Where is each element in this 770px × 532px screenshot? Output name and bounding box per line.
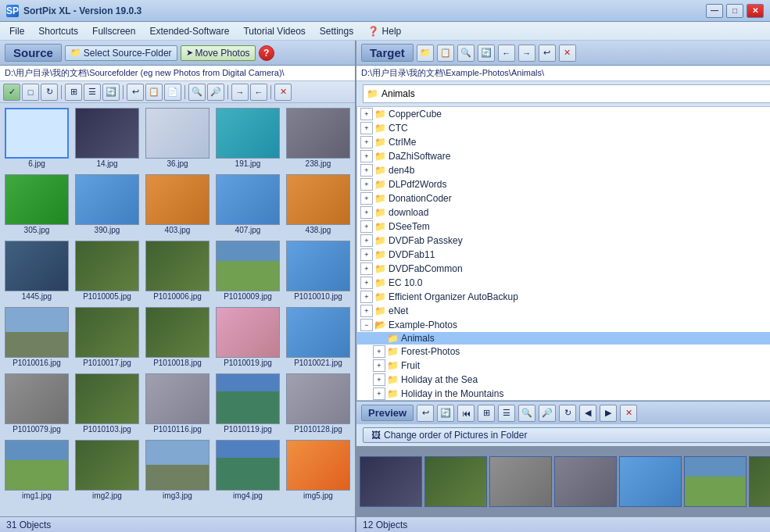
tree-item[interactable]: +📁DVDFab11: [357, 248, 770, 262]
target-back-button[interactable]: ←: [498, 45, 515, 62]
tree-expand-button[interactable]: +: [360, 122, 373, 134]
preview-strip[interactable]: [356, 446, 770, 516]
source-help-button[interactable]: ?: [259, 45, 274, 61]
rotate-button[interactable]: ↻: [41, 84, 58, 101]
tree-item[interactable]: −📂Example-Photos: [357, 318, 770, 332]
menu-file[interactable]: File: [3, 24, 30, 38]
preview-thumbnail[interactable]: [554, 456, 617, 507]
select-all-button[interactable]: ✓: [3, 84, 20, 101]
tree-expand-button[interactable]: +: [360, 220, 373, 233]
tree-item[interactable]: +📁den4b: [357, 163, 770, 177]
source-photo-item[interactable]: P1010103.jpg: [73, 372, 141, 435]
source-photo-item[interactable]: img5.jpg: [285, 438, 352, 502]
refresh-button[interactable]: 🔄: [102, 84, 120, 101]
deselect-button[interactable]: □: [22, 84, 39, 101]
target-refresh-button[interactable]: 🔄: [478, 45, 495, 62]
tree-item[interactable]: +📁DLPdf2Words: [357, 177, 770, 191]
target-search-button[interactable]: 🔍: [457, 45, 475, 62]
tree-expand-button[interactable]: +: [360, 277, 373, 289]
list-view-button[interactable]: ☰: [84, 84, 101, 101]
source-photo-item[interactable]: img4.jpg: [214, 438, 281, 502]
menu-settings[interactable]: Settings: [313, 24, 360, 38]
preview-start-btn[interactable]: ⏮: [457, 405, 475, 422]
forward-button[interactable]: →: [231, 84, 249, 101]
tree-item[interactable]: 📁Animals: [357, 332, 770, 345]
folder-dropdown[interactable]: 📁 Animals ▼: [363, 84, 770, 103]
tree-expand-button[interactable]: +: [360, 108, 373, 120]
source-photo-item[interactable]: 14.jpg: [73, 106, 141, 170]
preview-zoom-out[interactable]: 🔎: [539, 405, 556, 422]
source-photo-item[interactable]: 6.jpg: [3, 106, 70, 170]
source-photo-item[interactable]: P1010116.jpg: [144, 372, 211, 435]
menu-shortcuts[interactable]: Shortcuts: [32, 24, 84, 38]
source-photo-grid-container[interactable]: 6.jpg14.jpg36.jpg191.jpg238.jpg305.jpg39…: [0, 103, 355, 516]
preview-rotate[interactable]: ↻: [559, 405, 576, 422]
preview-forward-btn[interactable]: 🔄: [437, 405, 454, 422]
move-photos-button[interactable]: ➤ Move Photos: [181, 45, 256, 61]
select-source-folder-button[interactable]: 📁 Select Source-Folder: [65, 45, 177, 61]
tree-item[interactable]: +📁Holiday in the Mountains: [357, 387, 770, 401]
tree-expand-button[interactable]: +: [373, 359, 385, 372]
change-order-button[interactable]: 🖼 Change order of Pictures in Folder: [363, 427, 770, 443]
zoom-in-button[interactable]: 🔍: [188, 84, 206, 101]
tree-item[interactable]: +📁eNet: [357, 304, 770, 318]
source-photo-item[interactable]: 438.jpg: [285, 173, 352, 236]
preview-zoom-in[interactable]: 🔍: [518, 405, 535, 422]
tree-expand-button[interactable]: +: [360, 136, 373, 148]
tree-item[interactable]: +📁CtrlMe: [357, 135, 770, 149]
tree-item[interactable]: +📁DSeeTem: [357, 220, 770, 234]
tree-expand-button[interactable]: +: [360, 248, 373, 261]
preview-thumbnail[interactable]: [489, 456, 552, 507]
source-photo-item[interactable]: 36.jpg: [144, 106, 211, 170]
source-photo-item[interactable]: 403.jpg: [144, 173, 211, 236]
source-photo-item[interactable]: P1010079.jpg: [3, 372, 70, 435]
tree-expand-button[interactable]: +: [373, 387, 385, 400]
tree-expand-button[interactable]: +: [360, 206, 373, 219]
tree-expand-button[interactable]: +: [373, 345, 385, 358]
tree-item[interactable]: +📁download: [357, 205, 770, 220]
preview-thumbnail[interactable]: [360, 456, 422, 507]
tree-item[interactable]: +📁CTC: [357, 121, 770, 135]
source-photo-item[interactable]: P1010017.jpg: [73, 305, 141, 369]
source-photo-item[interactable]: P1010021.jpg: [285, 305, 352, 369]
target-undo-button[interactable]: ↩: [539, 45, 556, 62]
tree-expand-button[interactable]: −: [360, 319, 373, 331]
source-photo-item[interactable]: P1010010.jpg: [285, 239, 352, 302]
tree-expand-button[interactable]: +: [360, 150, 373, 162]
source-photo-item[interactable]: img2.jpg: [73, 438, 141, 502]
tree-expand-button[interactable]: +: [360, 192, 373, 205]
preview-thumbnail[interactable]: [424, 456, 487, 507]
tree-expand-button[interactable]: +: [360, 234, 373, 247]
tree-expand-button[interactable]: +: [360, 262, 373, 275]
target-copy-button[interactable]: 📋: [437, 45, 454, 62]
preview-grid-btn[interactable]: ⊞: [478, 405, 495, 422]
source-photo-item[interactable]: 191.jpg: [214, 106, 281, 170]
tree-item[interactable]: +📁Holiday at the Sea: [357, 373, 770, 387]
menu-extended-software[interactable]: Extended-Software: [143, 24, 235, 38]
preview-thumbnail[interactable]: [749, 456, 770, 507]
tree-item[interactable]: +📁DVDFabCommon: [357, 262, 770, 276]
tree-expand-button[interactable]: +: [360, 164, 373, 177]
back-button[interactable]: ←: [250, 84, 267, 101]
tree-item[interactable]: +📁DaZhiSoftware: [357, 149, 770, 163]
source-photo-item[interactable]: P1010009.jpg: [214, 239, 281, 302]
tree-expand-button[interactable]: +: [360, 305, 373, 317]
source-photo-item[interactable]: 390.jpg: [73, 173, 141, 236]
preview-list-btn[interactable]: ☰: [498, 405, 515, 422]
menu-fullscreen[interactable]: Fullscreen: [86, 24, 141, 38]
folder-tree[interactable]: +📁CopperCube+📁CTC+📁CtrlMe+📁DaZhiSoftware…: [356, 106, 770, 401]
maximize-button[interactable]: □: [726, 4, 743, 18]
source-photo-item[interactable]: P1010016.jpg: [3, 305, 70, 369]
tree-item[interactable]: +📁Fruit: [357, 359, 770, 373]
tree-item[interactable]: +📁EC 10.0: [357, 276, 770, 290]
source-photo-item[interactable]: img3.jpg: [144, 438, 211, 502]
tree-item[interactable]: +📁CopperCube: [357, 107, 770, 121]
tree-item[interactable]: +📁DVDFab Passkey: [357, 234, 770, 248]
grid-view-button[interactable]: ⊞: [65, 84, 82, 101]
source-photo-item[interactable]: P1010005.jpg: [73, 239, 141, 302]
preview-back-btn[interactable]: ↩: [417, 405, 434, 422]
tree-item[interactable]: +📁Forest-Photos: [357, 345, 770, 359]
minimize-button[interactable]: —: [706, 4, 723, 18]
target-folder-button[interactable]: 📁: [417, 45, 434, 62]
source-photo-item[interactable]: 1445.jpg: [3, 239, 70, 302]
